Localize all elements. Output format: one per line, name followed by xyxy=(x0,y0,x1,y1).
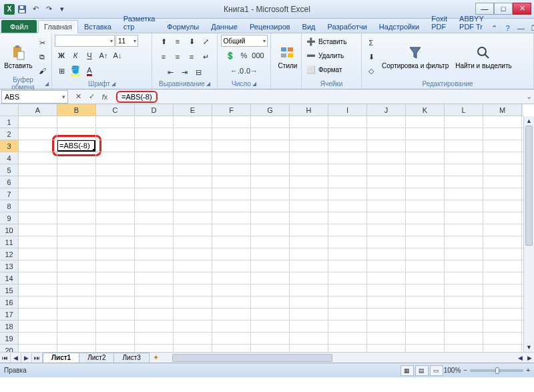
orientation-icon[interactable]: ⤢ xyxy=(199,35,212,48)
bold-button[interactable]: Ж xyxy=(55,49,68,62)
zoom-level[interactable]: 100% xyxy=(444,367,461,374)
expand-formula-bar-icon[interactable]: ⌄ xyxy=(523,92,534,101)
column-header[interactable]: G xyxy=(251,104,290,116)
page-layout-view-icon[interactable]: ▤ xyxy=(415,365,429,376)
enter-formula-icon[interactable]: ✓ xyxy=(85,91,97,103)
increase-font-icon[interactable]: A↑ xyxy=(97,49,110,62)
new-sheet-icon[interactable]: ✦ xyxy=(149,353,163,362)
wrap-text-icon[interactable]: ↵ xyxy=(199,50,212,63)
tab-insert[interactable]: Вставка xyxy=(78,20,117,33)
format-cells-button[interactable]: ⬜Формат xyxy=(304,63,342,76)
name-box-input[interactable] xyxy=(2,93,49,101)
minimize-ribbon-icon[interactable]: ⌃ xyxy=(490,23,499,33)
sheet-tab[interactable]: Лист3 xyxy=(113,353,149,363)
undo-icon[interactable]: ↶ xyxy=(29,3,41,15)
zoom-in-icon[interactable]: + xyxy=(526,367,530,374)
find-select-button[interactable]: Найти и выделить xyxy=(453,43,514,71)
column-header[interactable]: D xyxy=(135,104,174,116)
column-header[interactable]: E xyxy=(174,104,212,116)
clear-icon[interactable]: ◇ xyxy=(364,64,378,77)
copy-icon[interactable]: ⧉ xyxy=(35,50,49,63)
paste-button[interactable]: Вставить xyxy=(3,43,34,71)
tab-data[interactable]: Данные xyxy=(205,20,244,33)
font-size-select[interactable]: 11 xyxy=(115,35,138,47)
percent-icon[interactable]: % xyxy=(238,49,251,62)
font-color-icon[interactable]: A xyxy=(83,64,96,77)
cut-icon[interactable]: ✂ xyxy=(35,36,49,49)
column-header[interactable]: H xyxy=(290,104,328,116)
zoom-out-icon[interactable]: − xyxy=(463,367,467,374)
row-header[interactable]: 11 xyxy=(0,236,18,248)
alignment-dialog-icon[interactable]: ◢ xyxy=(206,81,210,87)
align-middle-icon[interactable]: ≡ xyxy=(171,35,184,48)
fx-icon[interactable]: fx xyxy=(99,91,111,103)
scroll-right-icon[interactable]: ▶ xyxy=(525,355,534,361)
tab-addins[interactable]: Надстройки xyxy=(373,20,425,33)
decrease-font-icon[interactable]: A↓ xyxy=(111,49,124,62)
cells-area[interactable]: =ABS(-8) xyxy=(19,116,523,352)
help-icon[interactable]: ? xyxy=(503,23,513,33)
column-header[interactable]: L xyxy=(445,104,483,116)
align-center-icon[interactable]: ≡ xyxy=(171,50,184,63)
last-sheet-icon[interactable]: ⏭ xyxy=(32,353,43,363)
doc-restore-icon[interactable]: ❐ xyxy=(530,23,534,33)
tab-foxit[interactable]: Foxit PDF xyxy=(425,12,453,33)
currency-icon[interactable]: 💲 xyxy=(224,49,237,62)
number-format-select[interactable]: Общий xyxy=(221,35,268,47)
row-header[interactable]: 10 xyxy=(0,224,18,236)
close-button[interactable]: ✕ xyxy=(513,3,531,15)
decrease-indent-icon[interactable]: ⇤ xyxy=(164,65,178,79)
tab-abbyy[interactable]: ABBYY PDF Tr xyxy=(453,12,490,33)
decrease-decimal-icon[interactable]: .0→ xyxy=(244,64,258,77)
tab-view[interactable]: Вид xyxy=(296,20,322,33)
underline-button[interactable]: Ч xyxy=(83,49,96,62)
row-header[interactable]: 19 xyxy=(0,333,18,345)
page-break-view-icon[interactable]: ▭ xyxy=(430,365,443,376)
row-header[interactable]: 12 xyxy=(0,248,18,260)
increase-indent-icon[interactable]: ⇥ xyxy=(178,65,192,79)
maximize-button[interactable]: □ xyxy=(494,3,513,15)
row-header[interactable]: 8 xyxy=(0,200,18,212)
column-header[interactable]: I xyxy=(328,104,367,116)
merge-icon[interactable]: ⊟ xyxy=(192,65,206,79)
zoom-slider-thumb[interactable] xyxy=(495,367,499,374)
redo-icon[interactable]: ↷ xyxy=(43,3,55,15)
row-header[interactable]: 13 xyxy=(0,260,18,272)
cancel-formula-icon[interactable]: ✕ xyxy=(72,91,84,103)
column-header[interactable]: J xyxy=(367,104,406,116)
select-all-corner[interactable] xyxy=(0,104,19,116)
save-icon[interactable] xyxy=(16,3,28,15)
font-name-select[interactable] xyxy=(55,35,115,47)
row-header[interactable]: 16 xyxy=(0,297,18,309)
vertical-scrollbar[interactable]: ▲ ▼ xyxy=(523,116,534,352)
increase-decimal-icon[interactable]: ←.0 xyxy=(230,64,244,77)
first-sheet-icon[interactable]: ⏮ xyxy=(0,353,11,363)
autosum-icon[interactable]: Σ xyxy=(364,36,378,49)
row-header[interactable]: 5 xyxy=(0,164,18,176)
row-header[interactable]: 14 xyxy=(0,272,18,284)
row-header[interactable]: 3 xyxy=(0,140,18,152)
row-header[interactable]: 4 xyxy=(0,152,18,164)
formula-input[interactable]: =ABS(-8) xyxy=(113,90,523,104)
scroll-down-icon[interactable]: ▼ xyxy=(524,343,534,352)
row-header[interactable]: 2 xyxy=(0,128,18,140)
font-dialog-icon[interactable]: ◢ xyxy=(111,81,115,87)
tab-review[interactable]: Рецензиров xyxy=(244,20,296,33)
row-header[interactable]: 15 xyxy=(0,284,18,297)
row-header[interactable]: 7 xyxy=(0,188,18,200)
row-header[interactable]: 1 xyxy=(0,116,18,128)
column-header[interactable]: B xyxy=(57,104,96,116)
column-header[interactable]: M xyxy=(483,104,522,116)
column-header[interactable]: F xyxy=(212,104,251,116)
fill-color-icon[interactable]: 🪣 xyxy=(69,64,82,77)
normal-view-icon[interactable]: ▦ xyxy=(400,365,414,376)
qat-customize-icon[interactable]: ▾ xyxy=(56,3,68,15)
tab-home[interactable]: Главная xyxy=(38,20,78,33)
hscroll-track[interactable] xyxy=(172,354,506,362)
row-header[interactable]: 17 xyxy=(0,309,18,321)
align-left-icon[interactable]: ≡ xyxy=(157,50,170,63)
tab-page-layout[interactable]: Разметка стр xyxy=(117,12,162,33)
scroll-left-icon[interactable]: ◀ xyxy=(515,355,525,361)
tab-formulas[interactable]: Формулы xyxy=(161,20,205,33)
sheet-tab[interactable]: Лист2 xyxy=(79,353,114,363)
